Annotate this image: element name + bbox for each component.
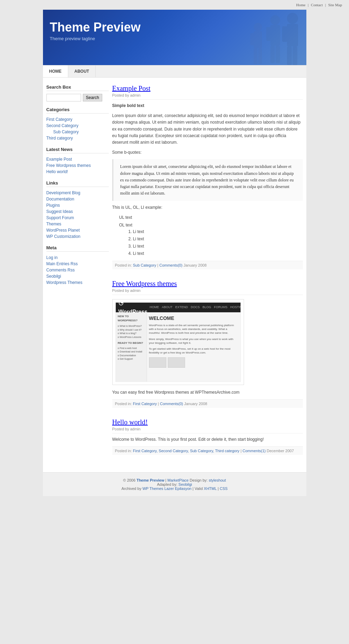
list-item: Li text — [133, 250, 303, 257]
top-nav-sitemap[interactable]: Site Map — [328, 3, 342, 7]
meta-link[interactable]: Wordpress Themes — [46, 279, 109, 286]
list-item: Sub Category — [46, 129, 109, 135]
wp-nav: HOMEABOUTEXTENDDOCSBLOGFORUMSHOSTINGDOWN… — [150, 305, 241, 310]
news-link[interactable]: Free Wordpress themes — [46, 162, 109, 169]
post-paragraph: Welcome to WordPress. This is your first… — [112, 436, 303, 443]
wp-main-mini: WELCOME WordPress is a state-of-the-art … — [147, 312, 241, 382]
top-nav-contact[interactable]: Contact — [311, 3, 323, 7]
post-body: Simple bold text Lorem ipsum dolor sit a… — [112, 102, 303, 257]
link-item[interactable]: WordPress Planet — [46, 227, 109, 233]
latestnews-title: Latest News — [46, 147, 109, 153]
category-link[interactable]: Third category — [46, 135, 109, 141]
footer-theme-link[interactable]: Theme Preview — [137, 478, 164, 482]
meta-link[interactable]: Main Entries Rss — [46, 261, 109, 267]
footer-adapter-link[interactable]: Seobilgi — [178, 482, 192, 486]
links-section: Links Development Blog Documentation Plu… — [46, 180, 109, 240]
footer-archiver-link[interactable]: WP Themes Lazer Epilasyon — [142, 486, 191, 491]
post-comments-link[interactable]: Comments(0) — [159, 263, 183, 267]
post-title-link[interactable]: Hello world! — [112, 418, 148, 426]
link-item[interactable]: Development Blog — [46, 190, 109, 196]
post-comments-link[interactable]: Comments(1) — [243, 449, 266, 453]
svg-rect-10 — [287, 46, 292, 65]
category-link[interactable]: Second Category — [46, 123, 109, 129]
post-wordpress-themes: Free Wordpress themes Posted by admin ◔ … — [112, 280, 303, 408]
post-title-link[interactable]: Free Wordpress themes — [112, 280, 177, 287]
svg-rect-8 — [282, 26, 288, 42]
list-item: Li text — [133, 236, 303, 242]
meta-link[interactable]: Comments Rss — [46, 267, 109, 273]
list-item: OL text Li text Li text Li text Li text — [119, 222, 303, 257]
list-item: Log in — [46, 254, 109, 261]
post-category-link[interactable]: First Category, Second Category, Sub Cat… — [133, 449, 239, 453]
link-item[interactable]: Plugins — [46, 202, 109, 208]
nav-item-about[interactable]: ABOUT — [68, 65, 96, 77]
bquotes-label: Some b-quotes: — [112, 149, 303, 156]
post-meta: Posted by admin — [112, 427, 303, 433]
list-item: Third category — [46, 135, 109, 141]
nav-link-home[interactable]: HOME — [43, 65, 68, 77]
footer-line3: Archived by WP Themes Lazer Epilasyon | … — [49, 486, 301, 491]
link-item[interactable]: Themes — [46, 221, 109, 227]
search-button[interactable]: Search — [83, 94, 102, 101]
link-item[interactable]: WP Customization — [46, 233, 109, 240]
list-item: UL text — [119, 214, 303, 221]
meta-list: Log in Main Entries Rss Comments Rss Seo… — [46, 254, 109, 286]
wp-header-bar: ◔ WordPress HOMEABOUTEXTENDDOCSBLOGFORUM… — [116, 303, 241, 312]
list-item: Wordpress Themes — [46, 279, 109, 286]
news-link[interactable]: Hello world! — [46, 169, 109, 175]
list-item: Main Entries Rss — [46, 261, 109, 267]
ul-label: This is UL, OL, LI example: — [112, 204, 303, 211]
nav-item-home[interactable]: HOME — [43, 65, 68, 77]
list-item: Plugins — [46, 202, 109, 208]
meta-link[interactable]: Log in — [46, 254, 109, 261]
category-link[interactable]: First Category — [46, 116, 109, 123]
post-comments-link[interactable]: Comments(0) — [160, 402, 183, 406]
footer-xhtml-link[interactable]: XHTML — [204, 486, 217, 491]
bold-text: Simple bold text — [112, 103, 145, 108]
footer-css-link[interactable]: CSS — [220, 486, 228, 491]
news-link[interactable]: Example Post — [46, 156, 109, 162]
post-paragraph: You can easy find free Wordpress themes … — [112, 389, 303, 396]
list-item: WP Customization — [46, 233, 109, 240]
link-item[interactable]: Support Forum — [46, 215, 109, 221]
post-hello-world: Hello world! Posted by admin Welcome to … — [112, 418, 303, 455]
ordered-list: Li text Li text Li text Li text — [119, 229, 303, 257]
latestnews-list: Example Post Free Wordpress themes Hello… — [46, 156, 109, 175]
svg-rect-14 — [250, 33, 254, 45]
latestnews-section: Latest News Example Post Free Wordpress … — [46, 147, 109, 175]
link-item[interactable]: Suggest Ideas — [46, 208, 109, 215]
post-title-link[interactable]: Example Post — [112, 84, 151, 92]
post-category-link[interactable]: First Category — [133, 402, 157, 406]
list-item: Second Category — [46, 123, 109, 129]
svg-rect-2 — [266, 27, 271, 41]
footer-line2: Adapted by: Seobilgi — [49, 482, 301, 486]
post-footer: Posted in: Sub Category | Comments(0) Ja… — [112, 261, 303, 269]
links-title: Links — [46, 180, 109, 187]
svg-rect-15 — [258, 33, 262, 45]
post-meta: Posted by admin — [112, 288, 303, 295]
post-category-link[interactable]: Sub Category — [133, 263, 156, 267]
post-blockquote: Lorem ipsum dolor sit amet, consectetur … — [112, 159, 303, 201]
nav-link-about[interactable]: ABOUT — [68, 65, 96, 77]
list-item: Li text — [133, 243, 303, 250]
meta-link[interactable]: Seobilgi — [46, 273, 109, 279]
meta-section: Meta Log in Main Entries Rss Comments Rs… — [46, 245, 109, 286]
sidebar: Search Box Search Categories First Categ… — [46, 84, 109, 465]
svg-rect-4 — [270, 46, 275, 63]
footer-marketplace-link[interactable]: MarketPlace — [167, 478, 189, 482]
wp-body: NEW TO WORDPRESS? o What is WordPress?o … — [116, 312, 241, 382]
post-body: Welcome to WordPress. This is your first… — [112, 436, 303, 443]
top-nav-home[interactable]: Home — [296, 3, 305, 7]
link-item[interactable]: Documentation — [46, 196, 109, 202]
list-item: Suggest Ideas — [46, 208, 109, 215]
search-input[interactable] — [46, 94, 81, 101]
post-footer: Posted in: First Category | Comments(0) … — [112, 399, 303, 408]
main-navigation: HOME ABOUT — [43, 65, 306, 78]
site-header: Theme Preview Theme preview tagline — [43, 10, 306, 65]
post-paragraph: Lorem ipsum dolor sit amet, consectetur … — [112, 113, 303, 146]
top-navigation: Home | Contact | Site Map — [0, 0, 349, 10]
subcategory-link[interactable]: Sub Category — [46, 129, 109, 135]
categories-title: Categories — [46, 107, 109, 114]
footer-designer-link[interactable]: styleshout — [209, 478, 226, 482]
list-item: Free Wordpress themes — [46, 162, 109, 169]
